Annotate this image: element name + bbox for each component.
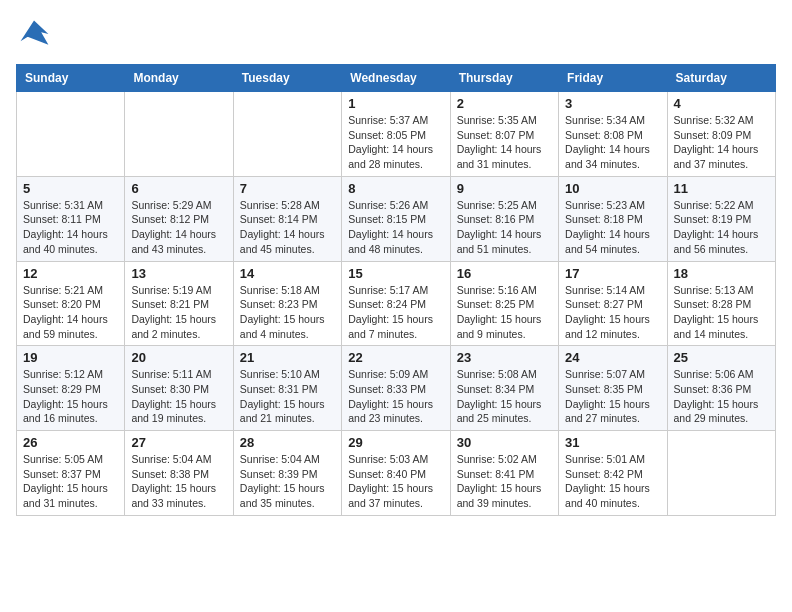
- calendar-cell: 16Sunrise: 5:16 AM Sunset: 8:25 PM Dayli…: [450, 261, 558, 346]
- header: [16, 16, 776, 52]
- calendar-week-4: 19Sunrise: 5:12 AM Sunset: 8:29 PM Dayli…: [17, 346, 776, 431]
- calendar-cell: 24Sunrise: 5:07 AM Sunset: 8:35 PM Dayli…: [559, 346, 667, 431]
- day-number: 24: [565, 350, 660, 365]
- day-info: Sunrise: 5:09 AM Sunset: 8:33 PM Dayligh…: [348, 367, 443, 426]
- calendar-cell: 15Sunrise: 5:17 AM Sunset: 8:24 PM Dayli…: [342, 261, 450, 346]
- calendar-cell: 13Sunrise: 5:19 AM Sunset: 8:21 PM Dayli…: [125, 261, 233, 346]
- calendar-header-saturday: Saturday: [667, 65, 775, 92]
- day-number: 9: [457, 181, 552, 196]
- calendar-cell: 8Sunrise: 5:26 AM Sunset: 8:15 PM Daylig…: [342, 176, 450, 261]
- day-info: Sunrise: 5:06 AM Sunset: 8:36 PM Dayligh…: [674, 367, 769, 426]
- calendar-cell: 19Sunrise: 5:12 AM Sunset: 8:29 PM Dayli…: [17, 346, 125, 431]
- calendar-cell: 9Sunrise: 5:25 AM Sunset: 8:16 PM Daylig…: [450, 176, 558, 261]
- day-info: Sunrise: 5:25 AM Sunset: 8:16 PM Dayligh…: [457, 198, 552, 257]
- logo: [16, 16, 58, 52]
- day-info: Sunrise: 5:03 AM Sunset: 8:40 PM Dayligh…: [348, 452, 443, 511]
- day-number: 12: [23, 266, 118, 281]
- calendar-cell: 26Sunrise: 5:05 AM Sunset: 8:37 PM Dayli…: [17, 431, 125, 516]
- day-number: 17: [565, 266, 660, 281]
- day-info: Sunrise: 5:16 AM Sunset: 8:25 PM Dayligh…: [457, 283, 552, 342]
- calendar-week-5: 26Sunrise: 5:05 AM Sunset: 8:37 PM Dayli…: [17, 431, 776, 516]
- day-info: Sunrise: 5:22 AM Sunset: 8:19 PM Dayligh…: [674, 198, 769, 257]
- calendar-cell: 10Sunrise: 5:23 AM Sunset: 8:18 PM Dayli…: [559, 176, 667, 261]
- day-number: 11: [674, 181, 769, 196]
- day-number: 20: [131, 350, 226, 365]
- day-number: 15: [348, 266, 443, 281]
- calendar-header-monday: Monday: [125, 65, 233, 92]
- day-number: 10: [565, 181, 660, 196]
- calendar-header-sunday: Sunday: [17, 65, 125, 92]
- day-info: Sunrise: 5:23 AM Sunset: 8:18 PM Dayligh…: [565, 198, 660, 257]
- day-number: 22: [348, 350, 443, 365]
- day-info: Sunrise: 5:17 AM Sunset: 8:24 PM Dayligh…: [348, 283, 443, 342]
- day-number: 27: [131, 435, 226, 450]
- day-info: Sunrise: 5:37 AM Sunset: 8:05 PM Dayligh…: [348, 113, 443, 172]
- day-info: Sunrise: 5:13 AM Sunset: 8:28 PM Dayligh…: [674, 283, 769, 342]
- calendar-week-3: 12Sunrise: 5:21 AM Sunset: 8:20 PM Dayli…: [17, 261, 776, 346]
- calendar-cell: 5Sunrise: 5:31 AM Sunset: 8:11 PM Daylig…: [17, 176, 125, 261]
- day-number: 3: [565, 96, 660, 111]
- day-info: Sunrise: 5:10 AM Sunset: 8:31 PM Dayligh…: [240, 367, 335, 426]
- calendar-header-tuesday: Tuesday: [233, 65, 341, 92]
- day-number: 26: [23, 435, 118, 450]
- day-info: Sunrise: 5:08 AM Sunset: 8:34 PM Dayligh…: [457, 367, 552, 426]
- day-info: Sunrise: 5:01 AM Sunset: 8:42 PM Dayligh…: [565, 452, 660, 511]
- calendar-cell: [233, 92, 341, 177]
- calendar-cell: 27Sunrise: 5:04 AM Sunset: 8:38 PM Dayli…: [125, 431, 233, 516]
- day-number: 18: [674, 266, 769, 281]
- calendar-cell: 21Sunrise: 5:10 AM Sunset: 8:31 PM Dayli…: [233, 346, 341, 431]
- day-info: Sunrise: 5:14 AM Sunset: 8:27 PM Dayligh…: [565, 283, 660, 342]
- day-number: 13: [131, 266, 226, 281]
- day-info: Sunrise: 5:07 AM Sunset: 8:35 PM Dayligh…: [565, 367, 660, 426]
- day-info: Sunrise: 5:21 AM Sunset: 8:20 PM Dayligh…: [23, 283, 118, 342]
- calendar-cell: 29Sunrise: 5:03 AM Sunset: 8:40 PM Dayli…: [342, 431, 450, 516]
- day-info: Sunrise: 5:31 AM Sunset: 8:11 PM Dayligh…: [23, 198, 118, 257]
- calendar-cell: [17, 92, 125, 177]
- calendar-cell: 2Sunrise: 5:35 AM Sunset: 8:07 PM Daylig…: [450, 92, 558, 177]
- day-info: Sunrise: 5:04 AM Sunset: 8:39 PM Dayligh…: [240, 452, 335, 511]
- calendar-cell: 30Sunrise: 5:02 AM Sunset: 8:41 PM Dayli…: [450, 431, 558, 516]
- day-number: 30: [457, 435, 552, 450]
- day-number: 14: [240, 266, 335, 281]
- calendar-cell: 1Sunrise: 5:37 AM Sunset: 8:05 PM Daylig…: [342, 92, 450, 177]
- day-number: 6: [131, 181, 226, 196]
- day-number: 25: [674, 350, 769, 365]
- calendar-cell: 11Sunrise: 5:22 AM Sunset: 8:19 PM Dayli…: [667, 176, 775, 261]
- day-info: Sunrise: 5:34 AM Sunset: 8:08 PM Dayligh…: [565, 113, 660, 172]
- day-info: Sunrise: 5:12 AM Sunset: 8:29 PM Dayligh…: [23, 367, 118, 426]
- day-number: 7: [240, 181, 335, 196]
- day-info: Sunrise: 5:18 AM Sunset: 8:23 PM Dayligh…: [240, 283, 335, 342]
- day-info: Sunrise: 5:02 AM Sunset: 8:41 PM Dayligh…: [457, 452, 552, 511]
- calendar-header-row: SundayMondayTuesdayWednesdayThursdayFrid…: [17, 65, 776, 92]
- calendar-cell: 25Sunrise: 5:06 AM Sunset: 8:36 PM Dayli…: [667, 346, 775, 431]
- day-number: 29: [348, 435, 443, 450]
- day-number: 21: [240, 350, 335, 365]
- calendar-cell: 7Sunrise: 5:28 AM Sunset: 8:14 PM Daylig…: [233, 176, 341, 261]
- day-number: 16: [457, 266, 552, 281]
- calendar-cell: 18Sunrise: 5:13 AM Sunset: 8:28 PM Dayli…: [667, 261, 775, 346]
- calendar-week-1: 1Sunrise: 5:37 AM Sunset: 8:05 PM Daylig…: [17, 92, 776, 177]
- calendar-header-friday: Friday: [559, 65, 667, 92]
- logo-icon: [16, 16, 52, 52]
- day-number: 1: [348, 96, 443, 111]
- calendar-cell: [667, 431, 775, 516]
- calendar-cell: 3Sunrise: 5:34 AM Sunset: 8:08 PM Daylig…: [559, 92, 667, 177]
- calendar-cell: 20Sunrise: 5:11 AM Sunset: 8:30 PM Dayli…: [125, 346, 233, 431]
- calendar-cell: 6Sunrise: 5:29 AM Sunset: 8:12 PM Daylig…: [125, 176, 233, 261]
- calendar-header-wednesday: Wednesday: [342, 65, 450, 92]
- day-number: 5: [23, 181, 118, 196]
- calendar-table: SundayMondayTuesdayWednesdayThursdayFrid…: [16, 64, 776, 516]
- day-info: Sunrise: 5:32 AM Sunset: 8:09 PM Dayligh…: [674, 113, 769, 172]
- day-number: 19: [23, 350, 118, 365]
- calendar-cell: 4Sunrise: 5:32 AM Sunset: 8:09 PM Daylig…: [667, 92, 775, 177]
- day-info: Sunrise: 5:04 AM Sunset: 8:38 PM Dayligh…: [131, 452, 226, 511]
- day-number: 23: [457, 350, 552, 365]
- day-info: Sunrise: 5:19 AM Sunset: 8:21 PM Dayligh…: [131, 283, 226, 342]
- day-info: Sunrise: 5:35 AM Sunset: 8:07 PM Dayligh…: [457, 113, 552, 172]
- calendar-cell: [125, 92, 233, 177]
- calendar-cell: 12Sunrise: 5:21 AM Sunset: 8:20 PM Dayli…: [17, 261, 125, 346]
- calendar-week-2: 5Sunrise: 5:31 AM Sunset: 8:11 PM Daylig…: [17, 176, 776, 261]
- svg-marker-0: [21, 21, 49, 45]
- day-info: Sunrise: 5:29 AM Sunset: 8:12 PM Dayligh…: [131, 198, 226, 257]
- day-info: Sunrise: 5:26 AM Sunset: 8:15 PM Dayligh…: [348, 198, 443, 257]
